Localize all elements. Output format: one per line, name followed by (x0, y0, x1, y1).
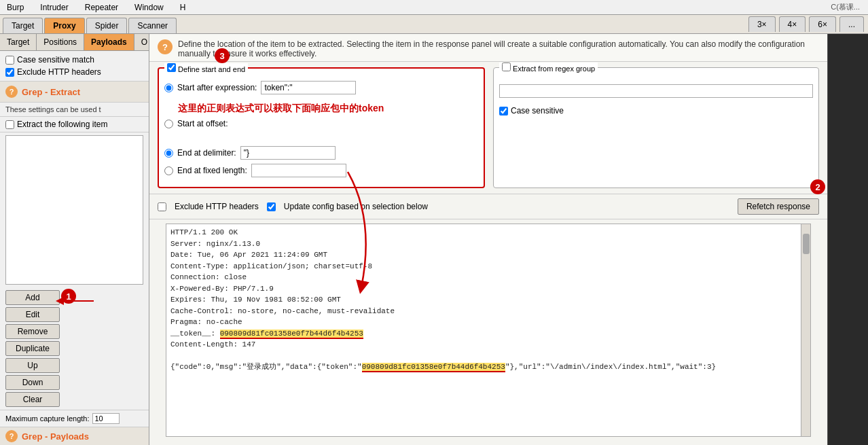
down-button[interactable]: Down (5, 375, 60, 390)
case-sensitive-label: Case sensitive (511, 106, 564, 115)
extract-items-list (5, 135, 143, 285)
max-capture-input[interactable] (92, 413, 120, 424)
regex-input[interactable] (499, 84, 813, 98)
duplicate-button[interactable]: Duplicate (5, 341, 60, 356)
end-at-delimiter-label: End at delimiter: (177, 148, 236, 158)
sub-tab-payloads[interactable]: Payloads (84, 34, 134, 50)
response-area[interactable]: HTTP/1.1 200 OK Server: nginx/1.13.0 Dat… (166, 224, 801, 436)
left-panel: Target Positions Payloads O Case sensiti… (0, 34, 149, 445)
start-after-input[interactable] (261, 81, 356, 94)
end-at-delimiter-input[interactable] (240, 146, 336, 160)
start-at-offset-radio[interactable] (164, 120, 173, 128)
grep-extract-header: ? Grep - Extract (0, 82, 149, 103)
button-group: 1 Add Edit Remove Duplicate Up Down Clea… (0, 287, 149, 410)
main-layout: Target Positions Payloads O Case sensiti… (0, 34, 868, 445)
update-config-label: Update config based on selection below (284, 202, 428, 211)
tab-num-4[interactable]: 4× (779, 16, 806, 32)
window-label: C(慕课... (831, 2, 860, 12)
end-at-fixed-input[interactable] (251, 164, 346, 177)
menu-h[interactable]: H (176, 1, 190, 14)
menu-window[interactable]: Window (130, 1, 168, 14)
menu-bar: Burp Intruder Repeater Window H C(慕课... (0, 0, 868, 15)
extract-regex-checkbox[interactable] (502, 63, 511, 71)
sub-tab-bar: Target Positions Payloads O (0, 34, 149, 51)
define-start-end-title: Define start and end (164, 63, 248, 73)
menu-repeater[interactable]: Repeater (81, 1, 122, 14)
grep-payloads-title: Grep - Payloads (22, 431, 89, 442)
right-panel: ? Define the location of the item to be … (149, 34, 827, 445)
menu-intruder[interactable]: Intruder (36, 1, 72, 14)
extract-items-checkbox[interactable] (5, 120, 14, 129)
response-wrapper: HTTP/1.1 200 OK Server: nginx/1.13.0 Dat… (166, 224, 811, 437)
right-side-panel (827, 34, 868, 445)
right-description: ? Define the location of the item to be … (149, 34, 827, 62)
config-area: 3 Define start and end Start after expre… (149, 62, 827, 194)
token-body-value: 090809d81fc01358e0f7b44d6f4b4253 (362, 363, 505, 372)
right-help-icon[interactable]: ? (158, 39, 173, 54)
scrollbar-thumb (803, 234, 810, 254)
annotation-circle-1: 1 (61, 289, 76, 304)
extract-row: Extract the following item (0, 117, 149, 132)
exclude-headers-label: Exclude HTTP headers (175, 202, 259, 211)
tab-scanner[interactable]: Scanner (128, 18, 177, 33)
up-button[interactable]: Up (5, 358, 60, 373)
remove-button[interactable]: Remove (5, 324, 60, 339)
right-description-text: Define the location of the item to be ex… (178, 39, 819, 58)
start-after-radio[interactable] (164, 84, 173, 92)
tab-more[interactable]: ... (839, 16, 864, 32)
extract-items-label: Extract the following item (17, 120, 107, 129)
case-sensitive-match-label: Case sensitive match (17, 55, 94, 65)
end-at-delimiter-radio[interactable] (164, 149, 173, 158)
annotation-circle-3: 3 (215, 48, 230, 63)
tab-num-6[interactable]: 6× (809, 16, 836, 32)
response-text: HTTP/1.1 200 OK Server: nginx/1.13.0 Dat… (170, 227, 797, 373)
sub-tab-target[interactable]: Target (0, 34, 37, 50)
max-capture-row: Maximum capture length: (0, 410, 149, 427)
tab-spider[interactable]: Spider (86, 18, 128, 33)
tab-proxy[interactable]: Proxy (44, 18, 84, 33)
section-title: Grep - Extract (22, 87, 80, 97)
add-button[interactable]: Add (5, 290, 60, 305)
annotation-text: 这里的正则表达式可以获取下面响应包中的token (178, 100, 465, 118)
end-at-delimiter-row: End at delimiter: (164, 146, 478, 160)
sub-tab-positions[interactable]: Positions (37, 34, 84, 50)
case-sensitive-checkbox[interactable] (499, 107, 508, 115)
section-desc: These settings can be used t (0, 103, 149, 117)
start-at-offset-row: Start at offset: (164, 119, 478, 128)
exclude-http-headers-label: Exclude HTTP headers (17, 67, 101, 77)
start-after-label: Start after expression: (177, 83, 257, 92)
tab-num-3[interactable]: 3× (748, 16, 776, 32)
grep-payloads-help[interactable]: ? (5, 430, 18, 442)
response-scrollbar[interactable] (801, 224, 810, 436)
grep-payloads-header: ? Grep - Payloads (0, 427, 149, 445)
clear-button[interactable]: Clear (5, 392, 60, 407)
exclude-headers-checkbox[interactable] (158, 202, 166, 211)
token-header-value: 090809d81fc01358e0f7b44d6f4b4253 (220, 330, 363, 339)
end-at-fixed-radio[interactable] (164, 166, 173, 175)
edit-button[interactable]: Edit (5, 307, 60, 322)
bottom-options: Exclude HTTP headers Update config based… (149, 194, 827, 219)
exclude-http-headers-checkbox[interactable] (5, 68, 14, 77)
start-at-offset-label: Start at offset: (177, 119, 228, 128)
extract-regex-box: 2 Extract from regex group Case sensitiv… (493, 67, 819, 188)
refetch-button[interactable]: Refetch response (738, 198, 819, 215)
main-tab-bar: Target Proxy Spider Scanner 3× 4× 6× ... (0, 15, 868, 34)
define-start-end-box: 3 Define start and end Start after expre… (158, 67, 485, 188)
extract-regex-title: Extract from regex group (499, 63, 598, 73)
end-at-fixed-label: End at fixed length: (177, 166, 247, 175)
define-start-end-checkbox[interactable] (167, 63, 176, 72)
case-sensitive-match-checkbox[interactable] (5, 56, 14, 65)
end-at-fixed-row: End at fixed length: (164, 164, 478, 177)
menu-burp[interactable]: Burp (3, 1, 28, 14)
max-capture-label: Maximum capture length: (5, 414, 90, 423)
tab-target[interactable]: Target (3, 18, 43, 33)
annotation-circle-2: 2 (810, 179, 825, 194)
update-config-checkbox[interactable] (267, 202, 276, 211)
help-icon[interactable]: ? (5, 86, 18, 98)
start-after-row: Start after expression: (164, 81, 478, 94)
